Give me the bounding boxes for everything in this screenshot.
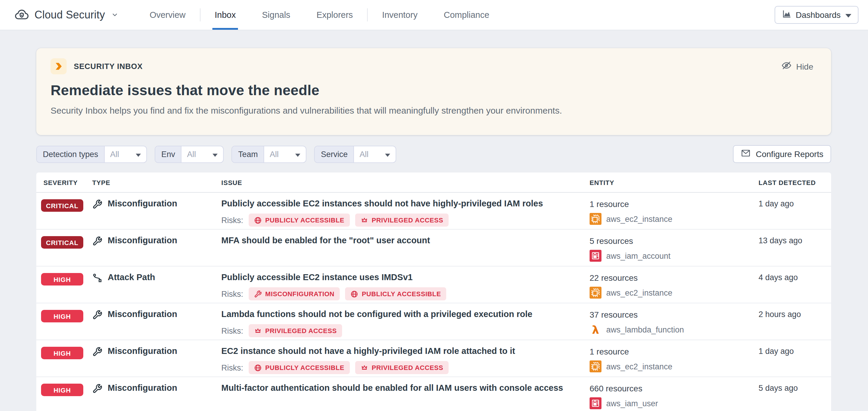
wrench-icon <box>92 236 102 246</box>
crown-icon <box>254 327 262 335</box>
last-detected: 5 days ago <box>758 377 831 411</box>
configure-reports-button[interactable]: Configure Reports <box>733 145 831 163</box>
entity-resource-type: aws_iam_user <box>606 399 658 408</box>
dashboards-button[interactable]: Dashboards <box>774 6 859 24</box>
filter-pill-env[interactable]: Env All <box>155 146 224 163</box>
chevron-down-icon <box>286 150 301 159</box>
entity-resource-link[interactable]: aws_ec2_instance <box>590 213 758 225</box>
chevron-down-icon <box>126 150 141 159</box>
filter-value-dropdown[interactable]: All <box>182 146 223 162</box>
column-header-last-detected[interactable]: LAST DETECTED <box>758 179 831 186</box>
banner-eyebrow: SECURITY INBOX <box>74 62 143 71</box>
cloud-security-logo-icon <box>14 7 29 22</box>
entity-resource-link[interactable]: aws_iam_account <box>590 250 758 262</box>
severity-badge: HIGH <box>41 310 83 322</box>
globe-icon <box>254 216 262 224</box>
entity-resource-count: 660 resources <box>590 384 758 393</box>
column-header-severity[interactable]: SEVERITY <box>36 179 92 186</box>
risks-label: Risks: <box>221 216 243 224</box>
detection-type-label: Attack Path <box>108 273 155 282</box>
banner-subtitle: Security Inbox helps you find and fix th… <box>51 105 817 116</box>
table-header-row: SEVERITYTYPEISSUEENTITYLAST DETECTED <box>36 172 831 193</box>
product-switcher[interactable]: Cloud Security <box>14 7 119 22</box>
issue-title: MFA should be enabled for the "root" use… <box>221 235 590 245</box>
wrench-icon <box>92 310 102 320</box>
entity-resource-link[interactable]: aws_ec2_instance <box>590 287 758 298</box>
severity-badge: HIGH <box>41 273 83 285</box>
severity-badge: HIGH <box>41 347 83 359</box>
risks-row: Risks: PUBLICLY ACCESSIBLEPRIVILEGED ACC… <box>221 214 590 227</box>
risk-chip[interactable]: PUBLICLY ACCESSIBLE <box>249 361 350 374</box>
aws-iam-icon <box>590 397 601 409</box>
table-row[interactable]: CRITICAL Misconfiguration Publicly acces… <box>36 193 831 230</box>
filter-label: Service <box>315 146 354 162</box>
column-header-entity[interactable]: ENTITY <box>590 179 758 186</box>
column-header-issue[interactable]: ISSUE <box>221 179 590 186</box>
filter-value-dropdown[interactable]: All <box>105 146 146 162</box>
nav-tab-compliance[interactable]: Compliance <box>431 0 502 30</box>
table-row[interactable]: HIGH Misconfiguration EC2 instance shoul… <box>36 340 831 377</box>
entity-resource-link[interactable]: aws_iam_user <box>590 397 758 409</box>
crown-icon <box>361 216 368 224</box>
entity-resource-link[interactable]: aws_ec2_instance <box>590 360 758 372</box>
wrench-icon <box>92 384 102 394</box>
risk-chip[interactable]: PUBLICLY ACCESSIBLE <box>249 214 350 227</box>
hide-banner-button[interactable]: Hide <box>778 60 817 73</box>
detection-type-label: Misconfiguration <box>108 383 177 392</box>
risk-chip[interactable]: PRIVILEGED ACCESS <box>249 324 342 337</box>
nav-tab-signals[interactable]: Signals <box>249 0 303 30</box>
entity-resource-count: 1 resource <box>590 199 758 209</box>
filter-pill-service[interactable]: Service All <box>314 146 397 163</box>
filter-value-dropdown[interactable]: All <box>265 146 306 162</box>
filter-label: Env <box>155 146 182 162</box>
risk-chip[interactable]: MISCONFIGURATION <box>249 287 340 301</box>
last-detected: 2 hours ago <box>758 303 831 340</box>
globe-icon <box>254 364 262 372</box>
issue-title: Multi-factor authentication should be en… <box>221 383 590 392</box>
aws-ec2-icon <box>590 287 601 298</box>
risks-label: Risks: <box>221 363 243 372</box>
table-row[interactable]: HIGH Misconfiguration Lambda functions s… <box>36 303 831 340</box>
table-row[interactable]: HIGH Misconfiguration Multi-factor authe… <box>36 377 831 411</box>
nav-tab-explorers[interactable]: Explorers <box>303 0 366 30</box>
entity-resource-count: 1 resource <box>590 347 758 356</box>
entity-resource-count: 5 resources <box>590 236 758 246</box>
filter-pill-team[interactable]: Team All <box>232 146 307 163</box>
detection-type-label: Misconfiguration <box>108 346 177 356</box>
nav-divider <box>367 8 368 22</box>
nav-tab-inventory[interactable]: Inventory <box>369 0 430 30</box>
chevron-down-icon <box>845 10 851 20</box>
risk-chip[interactable]: PRIVILEGED ACCESS <box>355 361 448 374</box>
chevron-down-icon <box>203 150 218 159</box>
table-row[interactable]: HIGH Attack Path Publicly accessible EC2… <box>36 266 831 303</box>
chevron-down-icon <box>376 150 391 159</box>
risk-chip[interactable]: PRIVILEGED ACCESS <box>355 214 448 227</box>
filter-value-dropdown[interactable]: All <box>354 146 396 162</box>
nav-tab-overview[interactable]: Overview <box>136 0 199 30</box>
detection-type-label: Misconfiguration <box>108 235 177 245</box>
security-inbox-banner: SECURITY INBOX Hide Remediate issues tha… <box>36 48 831 135</box>
filter-label: Detection types <box>37 146 105 162</box>
wrench-icon <box>92 347 102 357</box>
entity-resource-link[interactable]: λ aws_lambda_function <box>590 323 758 336</box>
risks-label: Risks: <box>221 289 243 298</box>
table-row[interactable]: CRITICAL Misconfiguration MFA should be … <box>36 230 831 266</box>
aws-ec2-icon <box>590 213 601 225</box>
risk-chip[interactable]: PUBLICLY ACCESSIBLE <box>345 287 446 301</box>
last-detected: 1 day ago <box>758 193 831 229</box>
wrench-icon <box>254 290 262 298</box>
globe-icon <box>350 290 358 298</box>
chevron-down-icon <box>112 11 119 19</box>
dashboard-chart-icon <box>781 9 792 21</box>
entity-resource-type: aws_ec2_instance <box>606 288 672 297</box>
issue-title: Publicly accessible EC2 instance uses IM… <box>221 273 590 282</box>
entity-resource-type: aws_lambda_function <box>606 325 684 334</box>
nav-tab-inbox[interactable]: Inbox <box>202 0 249 30</box>
entity-resource-type: aws_ec2_instance <box>606 362 672 371</box>
entity-resource-type: aws_ec2_instance <box>606 214 672 223</box>
last-detected: 4 days ago <box>758 266 831 303</box>
column-header-type[interactable]: TYPE <box>92 179 221 186</box>
filter-pill-detection-types[interactable]: Detection types All <box>36 146 147 163</box>
issue-title: EC2 instance should not have a highly-pr… <box>221 346 590 356</box>
main-nav: OverviewInboxSignalsExplorersInventoryCo… <box>136 0 502 30</box>
